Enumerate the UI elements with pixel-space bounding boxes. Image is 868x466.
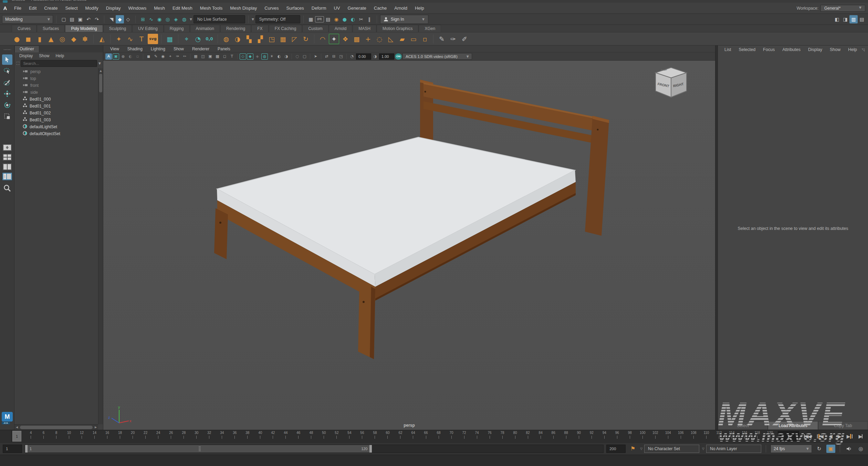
image-plane-icon[interactable]: ▫ — [134, 53, 141, 60]
mute-audio-icon[interactable] — [845, 445, 854, 453]
field-chart-icon[interactable]: ▩ — [214, 53, 221, 60]
mirror-icon[interactable]: ◑ — [232, 34, 243, 44]
menu-arnold[interactable]: Arnold — [390, 6, 411, 11]
anim-layer-dropdown[interactable]: No Anim Layer — [706, 445, 761, 453]
annotate-icon[interactable]: ✏ — [181, 53, 188, 60]
ae-menu-focus[interactable]: Focus — [759, 47, 778, 52]
shelf-tab-curves[interactable]: Curves — [12, 25, 36, 32]
timeline-frame-68[interactable]: 68 — [432, 430, 445, 442]
panel-divider[interactable] — [715, 45, 718, 430]
smooth-icon[interactable]: ✦ — [329, 34, 339, 44]
timeline-frame-96[interactable]: 96 — [611, 430, 624, 442]
loop-playback-icon[interactable]: ↻ — [815, 445, 824, 453]
workspace-value[interactable]: General*▼ — [820, 5, 865, 12]
smooth-mesh-icon[interactable]: ▩ — [352, 34, 362, 44]
outliner-item-defaultlightset[interactable]: defaultLightSet — [14, 123, 98, 130]
scroll-left-icon[interactable]: ◀ — [14, 426, 19, 429]
timeline-frame-42[interactable]: 42 — [266, 430, 279, 442]
timeline-frame-90[interactable]: 90 — [573, 430, 585, 442]
go-to-start-button[interactable]: ◀◀ — [804, 434, 811, 439]
ae-menu-attributes[interactable]: Attributes — [778, 47, 804, 52]
modeling-toolkit-toggle-icon[interactable]: ◧ — [833, 15, 841, 23]
timeline-frame-80[interactable]: 80 — [509, 430, 522, 442]
timeline-frame-86[interactable]: 86 — [547, 430, 560, 442]
gamma-icon[interactable]: ◑ — [372, 53, 378, 60]
select-button[interactable]: Select — [718, 421, 768, 430]
poly-torus-icon[interactable]: ◎ — [57, 34, 67, 44]
two-d-pan-zoom-icon[interactable]: ◼ — [145, 53, 152, 60]
timeline-frame-60[interactable]: 60 — [381, 430, 394, 442]
lasso-select-tool[interactable] — [2, 66, 12, 76]
ae-menu-list[interactable]: List — [721, 47, 735, 52]
range-slider[interactable]: 1 120 — [25, 445, 604, 453]
pencil-curve-icon[interactable]: ✐ — [459, 34, 470, 44]
menu-surfaces[interactable]: Surfaces — [283, 6, 308, 11]
grease-pencil-icon[interactable]: ✎ — [153, 53, 159, 60]
center-pivot-icon[interactable]: 0,0 — [204, 34, 215, 44]
timeline-frame-62[interactable]: 62 — [394, 430, 407, 442]
range-end-handle[interactable] — [369, 445, 372, 453]
outliner-item-front[interactable]: front — [14, 82, 98, 89]
current-frame-marker[interactable]: 1 — [12, 431, 21, 442]
outliner-menu-help[interactable]: Help — [53, 53, 67, 58]
platonic-solid-icon[interactable]: ◭ — [97, 34, 107, 44]
swap-buffers-icon[interactable]: ⇄ — [323, 53, 330, 60]
animation-start-field[interactable]: 1 — [3, 445, 22, 453]
menu-file[interactable]: File — [10, 6, 25, 11]
viewport-cursor-icon[interactable]: ➤ — [312, 53, 319, 60]
outliner-item-bed01-003[interactable]: Bed01_003 — [14, 116, 98, 123]
shelf-tab-mash[interactable]: MASH — [353, 25, 376, 32]
timeline-frame-40[interactable]: 40 — [254, 430, 266, 442]
camera-attributes-icon[interactable]: ● — [120, 53, 126, 60]
outliner-vscrollbar[interactable]: ▲ — [98, 68, 103, 424]
menu-modify[interactable]: Modify — [82, 6, 102, 11]
layout-four-pane[interactable] — [2, 153, 12, 161]
bevel-icon[interactable]: ◸ — [289, 34, 300, 44]
menu-curves[interactable]: Curves — [261, 6, 282, 11]
timeline-frame-82[interactable]: 82 — [522, 430, 534, 442]
bed-model[interactable] — [103, 61, 715, 430]
svg-tool-icon[interactable]: svg — [148, 34, 158, 44]
live-surface-field[interactable]: No Live Surface — [194, 15, 245, 23]
outliner-item-bed01-000[interactable]: Bed01_000 — [14, 96, 98, 103]
viewport-panel[interactable]: ViewShadingLightingShowRendererPanels A▣… — [103, 45, 715, 430]
shadows-icon[interactable]: ◐ — [276, 53, 282, 60]
curve-pen-icon[interactable]: ✎ — [437, 34, 447, 44]
spin-edge-icon[interactable]: ↻ — [301, 34, 311, 44]
play-forward-button[interactable]: ▶ — [838, 434, 841, 439]
timeline-frame-84[interactable]: 84 — [534, 430, 547, 442]
snap-to-projected-center-icon[interactable]: ◎ — [164, 15, 172, 23]
shelf-tab-custom[interactable]: Custom — [302, 25, 328, 32]
select-by-object-icon[interactable]: ◆ — [116, 15, 124, 23]
shelf-tab-uv-editing[interactable]: UV Editing — [132, 25, 164, 32]
color-space-dropdown[interactable]: ACES 1.0 SDR-video (sRGB)▼ — [402, 53, 472, 60]
menu-windows[interactable]: Windows — [124, 6, 150, 11]
shelf-tab-rigging[interactable]: Rigging — [164, 25, 190, 32]
lookdev-preview-icon[interactable]: ◐ — [349, 15, 357, 23]
timeline-frame-56[interactable]: 56 — [356, 430, 368, 442]
menu-mesh-tools[interactable]: Mesh Tools — [196, 6, 227, 11]
ae-menu-display[interactable]: Display — [804, 47, 826, 52]
timeline-frame-52[interactable]: 52 — [330, 430, 343, 442]
timeline-frame-100[interactable]: 100 — [636, 430, 649, 442]
timeline-frame-6[interactable]: 6 — [37, 430, 50, 442]
lattice-icon[interactable]: ▭ — [408, 34, 419, 44]
step-back-key-button[interactable]: ◀ — [817, 434, 823, 439]
use-default-material-icon[interactable]: ◍ — [261, 53, 268, 60]
scroll-right-icon[interactable]: ▶ — [93, 426, 98, 429]
character-set-dropdown[interactable]: No Character Set — [644, 445, 699, 453]
timeline-frame-28[interactable]: 28 — [177, 430, 190, 442]
outliner-item-persp[interactable]: persp — [14, 68, 98, 75]
make-live-icon[interactable]: ◍ — [180, 15, 188, 23]
shelf-tab-fx-caching[interactable]: FX Caching — [269, 25, 302, 32]
timeline-frame-64[interactable]: 64 — [407, 430, 419, 442]
timeline-frame-20[interactable]: 20 — [126, 430, 139, 442]
range-start-handle[interactable] — [25, 445, 28, 453]
poly-cylinder-icon[interactable]: ▮ — [34, 34, 45, 44]
scale-tool[interactable] — [2, 111, 12, 122]
undo-icon[interactable]: ↶ — [84, 15, 93, 23]
subdivide-icon[interactable]: ❖ — [340, 34, 351, 44]
layer-icon[interactable]: ⊟ — [331, 53, 337, 60]
ipr-render-icon[interactable]: IPR — [315, 16, 324, 22]
snap-to-view-plane-icon[interactable]: ◈ — [172, 15, 180, 23]
